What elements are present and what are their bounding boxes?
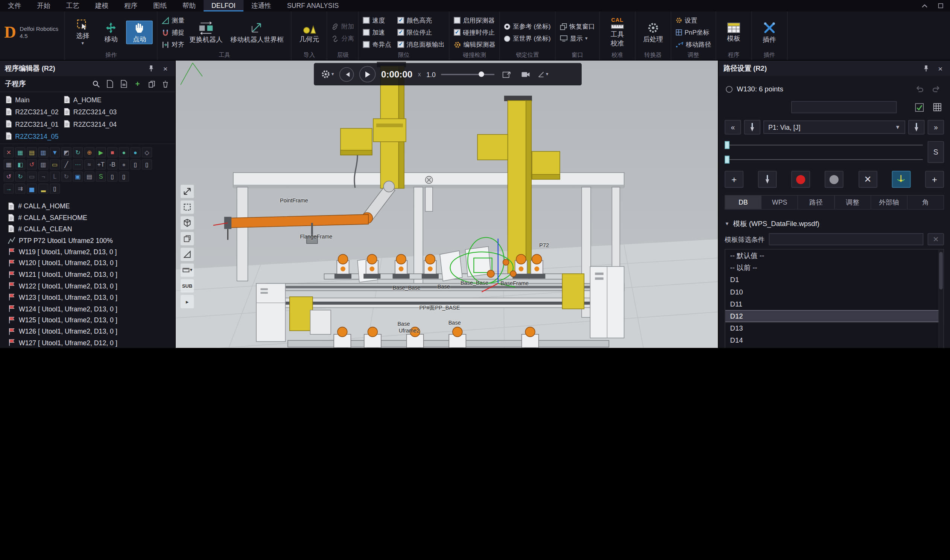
statement-row[interactable]: W122 [ Utool1, Uframe2, D13, 0 ] [0,280,175,291]
select-tool-button[interactable]: 选择 ▾ [69,18,96,48]
menu-item-工艺[interactable]: 工艺 [59,0,87,12]
play-button[interactable] [359,66,376,82]
measure-button[interactable]: 测量 [162,15,185,25]
layers-icon[interactable] [180,232,194,245]
enable-detector-checkbox[interactable]: ✓启用探测器 [454,15,495,25]
delete-subprogram-icon[interactable] [161,79,171,89]
add-subprogram-icon[interactable]: + [133,79,143,89]
template-item[interactable]: D12 [725,310,944,322]
tool-icon[interactable]: ▯ [130,160,140,169]
stop-button[interactable] [825,171,844,188]
tool-icon[interactable]: ↺ [4,171,14,182]
align-button[interactable]: 对齐 [162,40,185,49]
next-point-button[interactable]: » [928,120,944,135]
menu-item-SURF ANALYSIS[interactable]: SURF ANALYSIS [279,0,346,12]
subprogram-item[interactable]: R2ZC3214_04 [63,120,175,128]
tab-调整[interactable]: 调整 [835,195,871,209]
record-video-icon[interactable] [519,68,532,81]
tool-icon[interactable]: ▦ [4,160,14,169]
tool-icon[interactable]: S [95,171,106,182]
template-item[interactable]: D14 [725,334,944,346]
geometry-import-button[interactable]: 几何元 [296,21,323,45]
to-reference-radio[interactable]: 至参考 (坐标) [504,22,550,31]
position-slider[interactable] [725,141,923,149]
statement-row[interactable]: W124 [ Utool1, Uframe2, D13, 0 ] [0,303,175,314]
subprogram-item[interactable]: R2ZC3214_01 [5,120,63,128]
restore-window-button[interactable]: 恢复窗口 [560,22,595,31]
tool-icon[interactable]: ▂ [38,183,48,194]
subprogram-item[interactable]: Main [5,95,63,103]
cube-view-icon[interactable] [180,216,194,229]
tool-icon[interactable]: ↺ [27,160,37,169]
statement-row[interactable]: W127 [ Utool1, Uframe2, D12, 0 ] [0,337,175,348]
tool-icon[interactable]: ↻ [61,171,71,182]
statement-row[interactable]: W119 [ Utool1, Uframe2, D13, 0 ] [0,246,175,257]
tool-icon[interactable]: ⇉ [15,183,25,194]
menu-item-建模[interactable]: 建模 [87,0,116,12]
tool-icon[interactable]: ↻ [72,147,83,157]
3d-viewport[interactable]: PointFrameFlangeFrameP72Base_BaseBaseBas… [176,60,718,348]
menu-item-连通性[interactable]: 连通性 [243,0,279,12]
subprogram-item[interactable]: R2ZC3214_03 [63,108,175,116]
template-item[interactable]: D10 [725,286,944,298]
pnp-coords-button[interactable]: PnP坐标 [675,28,711,37]
limit-stop-checkbox[interactable]: ✓限位停止 [397,28,445,37]
tool-calibration-button[interactable]: CAL 工具 校准 [604,16,631,49]
statement-row[interactable]: # CALL A_CLEAN [0,223,175,235]
snap-button[interactable]: 捕捉 [162,28,185,37]
slider-handle[interactable] [725,141,730,149]
delete-point-button[interactable]: ✕ [858,171,877,188]
statement-row[interactable]: W120 [ Utool1, Uframe2, D13, 0 ] [0,257,175,269]
tool-icon[interactable]: ╱ [61,160,71,169]
menu-item-图纸[interactable]: 图纸 [145,0,174,12]
insert-point-button[interactable]: + [925,171,944,188]
search-icon[interactable] [91,79,101,89]
tool-icon[interactable]: ▤ [27,147,37,157]
tool-icon[interactable]: ⋯ [72,160,83,169]
scrollbar-thumb[interactable] [939,252,943,289]
tool-icon[interactable]: ▥ [38,147,48,157]
copy-subprogram-icon[interactable] [147,79,157,89]
tool-icon[interactable]: ↻ [15,171,25,182]
tool-icon[interactable]: ▯ [119,171,129,182]
redo-icon[interactable] [929,82,942,95]
message-output-checkbox[interactable]: ✓消息面板输出 [397,40,445,49]
jog-to-point-button[interactable] [891,171,910,188]
probe-start-icon[interactable] [744,120,761,135]
accel-checkbox[interactable]: ✓加速 [363,28,391,37]
clear-filter-button[interactable]: ✕ [928,233,944,245]
close-icon[interactable]: × [161,63,171,73]
statement-row[interactable]: PTP P72 Utool1 Uframe2 100% [0,235,175,246]
tool-icon[interactable]: ▭ [50,160,60,169]
menu-item-程序[interactable]: 程序 [116,0,145,12]
tool-icon[interactable]: → [4,183,14,194]
selection-radio-icon[interactable] [726,86,733,92]
ruler-options-icon[interactable]: ▾ [180,264,194,277]
tool-icon[interactable]: ● [130,147,140,157]
tab-路径[interactable]: 路径 [798,195,835,209]
tab-DB[interactable]: DB [725,195,762,209]
statement-row[interactable]: W125 [ Utool1, Uframe2, D13, 0 ] [0,314,175,326]
tool-icon[interactable]: ▥ [38,160,48,169]
statement-row[interactable]: # CALL A_SAFEHOME [0,212,175,223]
display-button[interactable]: 显示▾ [560,34,595,43]
tool-icon[interactable]: ▤ [84,171,94,182]
tool-icon[interactable]: ≈ [84,160,94,169]
detach-button[interactable]: 分离 [332,34,354,43]
tab-外部轴[interactable]: 外部轴 [871,195,907,209]
window-restore-icon[interactable] [935,1,945,11]
move-tool-button[interactable]: 移动 [98,21,125,45]
tool-icon[interactable]: ▭ [27,171,37,182]
undo-icon[interactable] [912,82,925,95]
tool-icon[interactable]: ▯ [142,160,152,169]
annotate-button[interactable]: ▾ [537,71,548,78]
sub-view-button[interactable]: SUB [180,279,194,292]
tool-icon[interactable]: ● [119,147,129,157]
template-item[interactable]: D13 [725,322,944,334]
template-section-header[interactable]: ▼ 模板 (WPS_DataFile.wpsdf) [725,219,944,228]
tool-icon[interactable]: -B [107,160,117,169]
attach-button[interactable]: 附加 [332,22,354,31]
tool-icon[interactable]: +T [95,160,106,169]
tool-icon[interactable]: ◧ [15,160,25,169]
move-robot-world-frame-button[interactable]: 移动机器人世界框 [228,20,287,45]
